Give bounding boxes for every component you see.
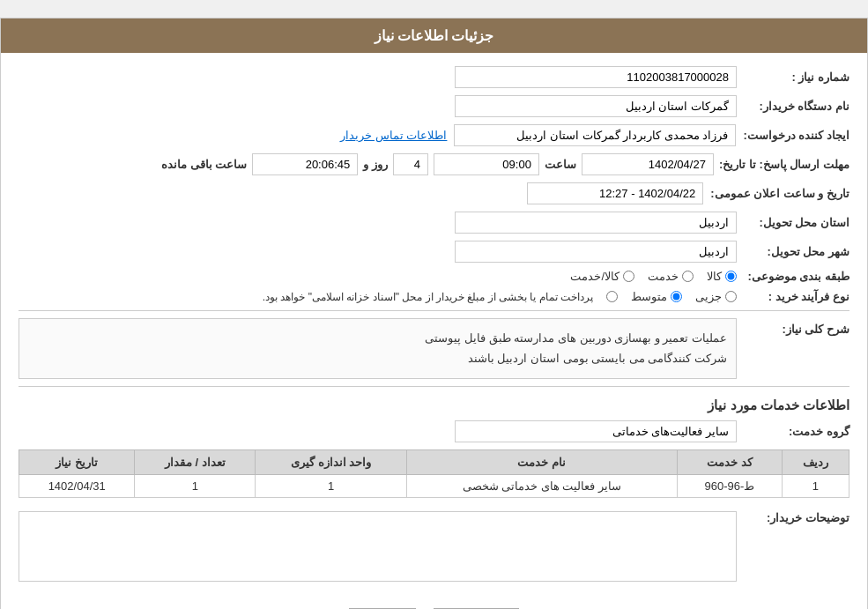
description-label: شرح کلی نیاز: — [744, 318, 849, 336]
buyer-notes-box — [19, 511, 737, 582]
process-motasat-radio[interactable] — [671, 291, 682, 302]
process-other[interactable] — [606, 291, 618, 302]
category-kala-khedmat-label: کالا/خدمت — [570, 270, 619, 283]
creator-input[interactable] — [454, 124, 736, 146]
category-kala[interactable]: کالا — [707, 270, 737, 283]
page-title: جزئیات اطلاعات نیاز — [1, 19, 867, 53]
category-khedmat-label: خدمت — [648, 270, 679, 283]
buyer-contact-link[interactable]: اطلاعات تماس خریدار — [340, 129, 447, 142]
process-jozii[interactable]: جزیی — [695, 290, 737, 303]
table-row: 1 ط-96-960 سایر فعالیت های خدماتی شخصی 1… — [19, 474, 849, 497]
announce-date-input[interactable] — [527, 182, 703, 204]
process-jozii-label: جزیی — [695, 290, 722, 303]
category-radio-group: کالا خدمت کالا/خدمت — [570, 270, 737, 283]
process-note: پرداخت تمام یا بخشی از مبلغ خریدار از مح… — [263, 291, 593, 303]
services-section-title: اطلاعات خدمات مورد نیاز — [19, 397, 849, 413]
category-label: طبقه بندی موضوعی: — [744, 270, 849, 283]
process-radio-group: جزیی متوسط پرداخت تمام یا بخشی از مبلغ خ… — [263, 290, 737, 303]
cell-quantity: 1 — [135, 474, 256, 497]
buyer-notes-label: توضیحات خریدار: — [744, 507, 849, 524]
description-box: عملیات تعمیر و بهسازی دوربین های مدارسته… — [19, 318, 737, 379]
category-kala-label: کالا — [707, 270, 722, 283]
response-date-input[interactable] — [582, 153, 714, 175]
category-kala-radio[interactable] — [725, 271, 737, 282]
service-group-input[interactable] — [455, 420, 737, 442]
response-deadline-label: مهلت ارسال پاسخ: تا تاریخ: — [719, 158, 849, 171]
cell-service-code: ط-96-960 — [677, 474, 782, 497]
delivery-province-label: استان محل تحویل: — [744, 216, 849, 229]
delivery-province-input[interactable] — [455, 212, 737, 234]
response-days-label: روز و — [363, 158, 388, 171]
response-time-label: ساعت — [545, 158, 576, 171]
need-number-label: شماره نیاز : — [744, 71, 849, 84]
col-unit: واحد اندازه گیری — [256, 449, 406, 474]
process-other-radio[interactable] — [606, 291, 618, 302]
footer-buttons: بازگشت چاپ — [1, 595, 867, 609]
cell-date: 1402/04/31 — [19, 474, 135, 497]
col-quantity: تعداد / مقدار — [135, 449, 256, 474]
response-remaining-label: ساعت باقی مانده — [161, 158, 247, 171]
col-service-code: کد خدمت — [677, 449, 782, 474]
cell-service-name: سایر فعالیت های خدماتی شخصی — [406, 474, 677, 497]
process-motasat[interactable]: متوسط — [631, 290, 682, 303]
col-date: تاریخ نیاز — [19, 449, 135, 474]
process-jozii-radio[interactable] — [725, 291, 737, 302]
response-time-input[interactable] — [434, 153, 539, 175]
response-remaining-input[interactable] — [252, 153, 358, 175]
divider-2 — [19, 386, 849, 387]
services-table: ردیف کد خدمت نام خدمت واحد اندازه گیری ت… — [19, 449, 849, 498]
delivery-city-input[interactable] — [455, 241, 737, 263]
delivery-city-label: شهر محل تحویل: — [744, 245, 849, 258]
process-motasat-label: متوسط — [631, 290, 667, 303]
col-service-name: نام خدمت — [406, 449, 677, 474]
process-label: نوع فرآیند خرید : — [744, 290, 849, 303]
announce-date-label: تاریخ و ساعت اعلان عمومی: — [710, 187, 849, 200]
creator-label: ایجاد کننده درخواست: — [743, 129, 849, 142]
category-khedmat-radio[interactable] — [682, 271, 694, 282]
buyer-org-input[interactable] — [455, 95, 737, 117]
service-group-label: گروه خدمت: — [744, 425, 849, 438]
col-row-num: ردیف — [782, 449, 849, 474]
description-text: عملیات تعمیر و بهسازی دوربین های مدارسته… — [425, 331, 727, 365]
divider-1 — [19, 310, 849, 311]
cell-unit: 1 — [256, 474, 406, 497]
buyer-org-label: نام دستگاه خریدار: — [744, 100, 849, 113]
cell-row-num: 1 — [782, 474, 849, 497]
response-days-input[interactable] — [393, 153, 428, 175]
need-number-input[interactable] — [455, 66, 737, 88]
category-khedmat[interactable]: خدمت — [648, 270, 694, 283]
category-kala-khedmat-radio[interactable] — [623, 271, 634, 282]
category-kala-khedmat[interactable]: کالا/خدمت — [570, 270, 634, 283]
